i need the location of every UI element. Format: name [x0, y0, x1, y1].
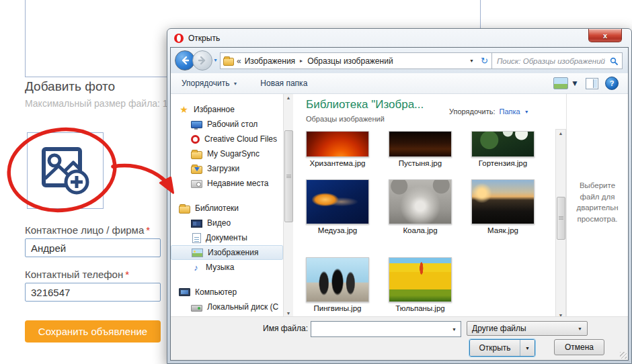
add-photo-dropzone[interactable] — [27, 132, 104, 209]
chevron-down-icon: ▼ — [233, 81, 237, 86]
cancel-button[interactable]: Отмена — [554, 339, 604, 355]
search-icon — [610, 57, 618, 65]
address-dropdown-icon[interactable]: ▼ — [469, 58, 474, 63]
scrollbar-thumb[interactable] — [284, 130, 293, 222]
scroll-up-icon[interactable]: ▲ — [556, 131, 565, 136]
file-thumbnail — [306, 131, 369, 157]
max-file-size-note: Максимальный размер файла: 1 — [25, 98, 168, 109]
new-folder-button[interactable]: Новая папка — [255, 76, 313, 91]
file-item[interactable]: Маяк.jpg — [466, 179, 540, 234]
help-button[interactable]: ? — [605, 77, 619, 90]
sidebar-group-favorites[interactable]: ★ Избранное — [171, 102, 283, 117]
sidebar-item-recent-places[interactable]: Недавние места — [171, 176, 283, 191]
preview-pane-toggle[interactable] — [586, 78, 598, 89]
contact-name-label: Контактное лицо / фирма* — [25, 224, 150, 236]
close-button[interactable]: x — [588, 29, 622, 42]
file-name: Гортензия.jpg — [466, 159, 540, 167]
sidebar-scrollbar[interactable]: ▲ ▼ — [283, 94, 293, 317]
search-input[interactable] — [492, 57, 610, 65]
sidebar-spacer — [171, 275, 283, 285]
file-name: Коала.jpg — [383, 226, 457, 234]
file-item[interactable]: Гортензия.jpg — [466, 131, 540, 167]
chevron-down-icon: ▼ — [525, 346, 530, 351]
disk-icon — [191, 305, 202, 312]
change-view-button[interactable]: ▼ — [553, 77, 579, 89]
preview-pane: Выберите файл для дварительн просмотра. — [566, 94, 628, 317]
search-box[interactable] — [491, 52, 623, 69]
breadcrumb-item-sample-pictures[interactable]: Образцы изображений — [307, 56, 393, 66]
recent-pages-dropdown[interactable]: ▼ — [213, 58, 218, 62]
scrollbar-thumb[interactable] — [557, 197, 565, 240]
sidebar-group-libraries[interactable]: Библиотеки — [171, 201, 283, 216]
open-split-button[interactable]: Открыть ▼ — [469, 339, 535, 357]
views-icon — [553, 77, 568, 89]
resize-grip[interactable] — [620, 352, 627, 359]
file-item[interactable]: Медуза.jpg — [301, 179, 374, 234]
dialog-client-area: ▼ « Изображения ▸ Образцы изображений ▼ … — [170, 47, 629, 361]
sidebar-item-creative-cloud[interactable]: Creative Cloud Files — [171, 132, 283, 146]
chevron-down-icon: ▼ — [578, 326, 582, 331]
save-ad-button[interactable]: Сохранить объявление — [25, 320, 161, 343]
breadcrumb-overflow[interactable]: « — [237, 56, 241, 66]
file-thumbnail — [471, 131, 535, 157]
file-thumbnail — [389, 179, 452, 224]
forward-button[interactable] — [192, 50, 212, 71]
scroll-down-icon[interactable]: ▼ — [284, 311, 293, 316]
sidebar-item-pictures[interactable]: Изображения — [171, 245, 283, 260]
music-icon: ♪ — [191, 263, 201, 272]
scroll-up-icon[interactable]: ▲ — [284, 95, 293, 100]
breadcrumb-bar[interactable]: « Изображения ▸ Образцы изображений ▼ — [220, 52, 479, 69]
folder-icon — [191, 151, 202, 159]
back-icon — [180, 56, 190, 65]
file-list-scrollbar[interactable]: ▲ ▼ — [555, 129, 566, 320]
file-name: Хризантема.jpg — [301, 159, 374, 167]
dialog-content: ★ Избранное Рабочий стол Creative Cloud … — [171, 94, 628, 317]
recent-places-icon — [191, 180, 202, 188]
filetype-dropdown[interactable]: Другие файлы ▼ — [467, 321, 588, 336]
file-thumbnail — [306, 257, 369, 302]
open-dropdown-arrow[interactable]: ▼ — [520, 340, 535, 356]
sidebar-item-documents[interactable]: Документы — [171, 230, 283, 245]
filename-label: Имя файла: — [238, 324, 308, 333]
arrange-label: Упорядочить: — [449, 107, 496, 116]
required-asterisk: * — [125, 269, 129, 280]
breadcrumb-item-pictures[interactable]: Изображения — [245, 56, 295, 66]
file-item[interactable]: Хризантема.jpg — [301, 131, 374, 167]
organize-menu-button[interactable]: Упорядочить ▼ — [176, 76, 243, 91]
contact-name-input[interactable] — [25, 238, 161, 257]
open-button[interactable]: Открыть — [470, 340, 520, 356]
filetype-value: Другие файлы — [472, 324, 526, 333]
videos-icon — [191, 220, 202, 228]
filename-input[interactable] — [311, 324, 452, 334]
forward-icon — [198, 56, 207, 65]
sidebar-item-music[interactable]: ♪ Музыка — [171, 260, 283, 275]
scrollbar-grip — [559, 216, 563, 220]
sidebar-item-desktop[interactable]: Рабочий стол — [171, 117, 283, 132]
file-name: Пустыня.jpg — [383, 159, 457, 167]
toolbar-right-icons: ▼ ? — [553, 77, 619, 90]
file-thumbnail — [389, 257, 452, 302]
open-file-dialog: Открыть x ▼ « Изображения ▸ — [167, 28, 632, 364]
file-name: Тюльпаны.jpg — [383, 304, 457, 312]
file-item[interactable]: Пингвины.jpg — [301, 257, 374, 312]
contact-phone-input[interactable] — [25, 283, 161, 302]
sidebar-item-local-disk-c[interactable]: Локальный диск (C — [171, 300, 283, 314]
sidebar-item-sugarsync[interactable]: My SugarSync — [171, 146, 283, 161]
file-item[interactable]: Тюльпаны.jpg — [383, 257, 457, 312]
filename-combobox[interactable]: ▼ — [311, 321, 461, 337]
refresh-icon: ↻ — [481, 56, 488, 65]
file-item[interactable]: Пустыня.jpg — [383, 131, 457, 167]
creative-cloud-icon — [191, 135, 200, 144]
dialog-titlebar[interactable]: Открыть x — [167, 29, 631, 47]
desktop-icon — [191, 121, 202, 128]
chevron-down-icon[interactable]: ▼ — [452, 327, 457, 332]
sidebar-item-downloads[interactable]: Загрузки — [171, 161, 283, 176]
computer-icon — [179, 288, 190, 296]
sidebar-item-videos[interactable]: Видео — [171, 216, 283, 230]
pictures-icon — [192, 248, 203, 257]
sidebar-group-computer[interactable]: Компьютер — [171, 285, 283, 300]
star-icon: ★ — [179, 105, 189, 114]
chevron-down-icon: ▼ — [571, 79, 579, 88]
arrange-value[interactable]: Папка — [500, 107, 520, 116]
file-item[interactable]: Коала.jpg — [383, 179, 457, 234]
